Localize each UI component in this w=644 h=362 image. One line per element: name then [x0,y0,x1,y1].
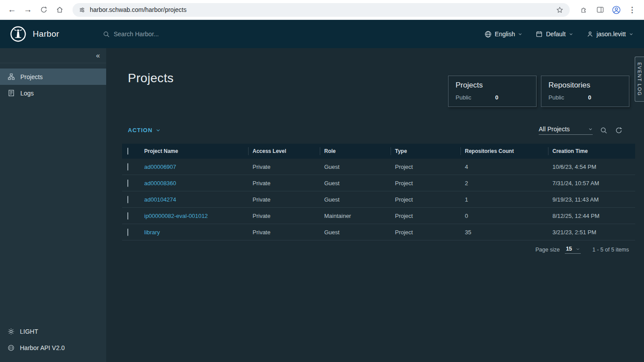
side-panel-icon [596,6,604,14]
bookmark-star-icon[interactable] [556,6,564,14]
access-level-cell: Private [248,180,320,187]
browser-refresh-button[interactable] [36,2,51,17]
global-search[interactable] [103,30,238,38]
access-level-cell: Private [248,196,320,203]
column-header-type[interactable]: Type [391,144,460,159]
table-footer: Page size 15 1 - 5 of 5 items [122,240,635,259]
harbor-logo-icon [10,26,27,42]
access-level-cell: Private [248,164,320,170]
role-cell: Guest [320,180,391,187]
sidebar: « Projects Logs LIGHT [0,48,106,362]
table-header-row: Project Name Access Level Role Type Repo… [122,144,635,159]
title-row: Projects Projects Public 0 Repositories … [122,71,635,107]
column-header-access-level[interactable]: Access Level [248,144,320,159]
project-name-link[interactable]: library [140,229,248,236]
role-cell: Guest [320,164,391,170]
row-checkbox[interactable] [127,229,128,236]
creation-time-cell: 8/12/25, 12:44 PM [548,213,635,219]
profile-avatar-icon [612,5,621,15]
action-dropdown-button[interactable]: ACTION [128,127,161,133]
profile-avatar[interactable] [609,2,624,17]
extensions-puzzle-icon [580,6,588,14]
page-size-select[interactable]: 15 [565,246,581,254]
filter-group: All Projects [539,126,623,135]
repositories-summary-card: Repositories Public 0 [541,76,629,107]
calendar-icon [536,30,543,38]
metric-value: 0 [588,94,591,101]
globe-icon [484,30,492,38]
projects-summary-card: Projects Public 0 [448,76,537,107]
project-name-link[interactable]: ad00008360 [140,180,248,187]
project-filter-select[interactable]: All Projects [539,126,593,135]
sidebar-item-projects[interactable]: Projects [0,69,106,85]
extensions-button[interactable] [577,2,592,17]
sidebar-item-label: Projects [20,73,43,80]
column-header-project-name[interactable]: Project Name [140,144,248,159]
chevron-down-icon [576,247,580,251]
column-header-creation-time[interactable]: Creation Time [548,144,635,159]
column-header-repositories-count[interactable]: Repositories Count [460,144,548,159]
repositories-count-cell: 1 [460,196,548,203]
role-cell: Maintainer [320,213,391,219]
row-checkbox[interactable] [127,212,128,220]
type-cell: Project [391,229,460,236]
row-checkbox[interactable] [127,163,128,171]
brand-title: Harbor [33,29,59,39]
site-settings-icon[interactable] [79,7,85,13]
scope-menu[interactable]: Default [536,30,573,38]
language-label: English [495,30,515,38]
chevron-down-icon [588,127,593,131]
harbor-brand[interactable]: Harbor [0,26,106,42]
scope-label: Default [546,30,565,38]
project-name-link[interactable]: ip00000082-eval-001012 [140,213,248,219]
row-checkbox[interactable] [127,196,128,203]
role-cell: Guest [320,196,391,203]
repositories-count-cell: 35 [460,229,548,236]
repositories-count-cell: 4 [460,164,548,170]
sidebar-item-logs[interactable]: Logs [0,85,106,101]
language-menu[interactable]: English [484,30,523,38]
sidebar-collapse-button[interactable]: « [0,48,106,63]
theme-toggle[interactable]: LIGHT [0,323,106,339]
sidebar-nav: Projects Logs [0,69,106,101]
browser-forward-button[interactable]: → [20,2,35,17]
api-version-label: Harbor API V2.0 [20,344,65,351]
theme-toggle-label: LIGHT [20,328,38,335]
column-header-role[interactable]: Role [320,144,391,159]
table-body: ad00006907 Private Guest Project 4 10/6/… [122,159,635,240]
table-search-button[interactable] [600,126,608,134]
chevron-down-icon [569,32,573,36]
api-version-link[interactable]: Harbor API V2.0 [0,339,106,356]
items-range-label: 1 - 5 of 5 items [592,247,629,253]
metric-label[interactable]: Public [548,94,564,101]
browser-back-button[interactable]: ← [4,2,19,17]
access-level-cell: Private [248,213,320,219]
refresh-icon [40,6,48,14]
action-label: ACTION [128,127,153,133]
side-panel-button[interactable] [593,2,608,17]
app-body: « Projects Logs LIGHT [0,48,644,362]
event-log-tab[interactable]: EVENT LOG [635,57,644,102]
user-menu[interactable]: jason.levitt [586,30,633,38]
select-all-checkbox[interactable] [127,148,128,155]
table-refresh-button[interactable] [615,126,623,134]
browser-menu-button[interactable]: ⋮ [625,2,640,17]
project-name-link[interactable]: ad00006907 [140,164,248,170]
browser-chrome: ← → harbor.schwab.com/harbor/projects [0,0,644,20]
metric-label[interactable]: Public [456,94,471,101]
card-title: Projects [456,81,529,90]
address-bar[interactable]: harbor.schwab.com/harbor/projects [73,3,570,17]
role-cell: Guest [320,229,391,236]
toolbar: ACTION All Projects [122,126,635,135]
creation-time-cell: 7/31/24, 10:57 AM [548,180,635,187]
project-filter-value: All Projects [539,126,570,133]
type-cell: Project [391,180,460,187]
projects-icon [8,73,15,80]
row-checkbox[interactable] [127,179,128,187]
project-name-link[interactable]: ad00104274 [140,196,248,203]
browser-home-button[interactable] [52,2,67,17]
home-icon [56,6,64,14]
projects-table: Project Name Access Level Role Type Repo… [122,144,635,259]
global-search-input[interactable] [114,30,238,38]
table-row: ad00006907 Private Guest Project 4 10/6/… [122,159,635,175]
